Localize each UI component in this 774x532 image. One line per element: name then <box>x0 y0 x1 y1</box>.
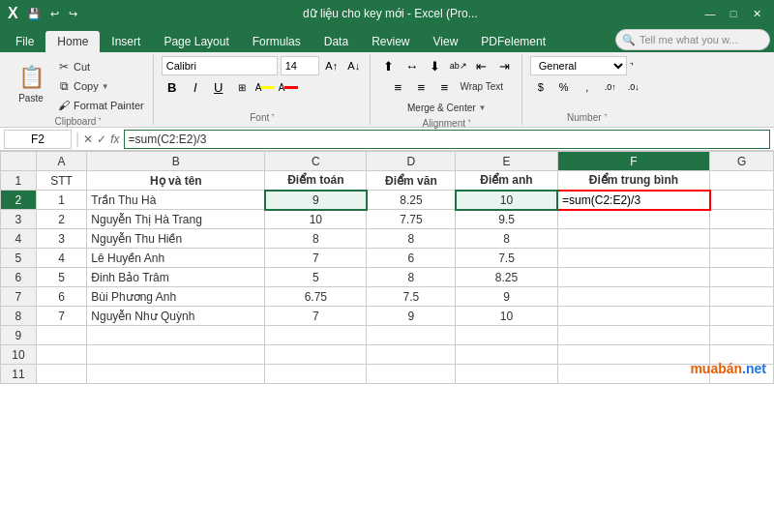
cell-d11[interactable] <box>367 365 456 384</box>
cell-f2[interactable]: =sum(C2:E2)/3 <box>557 191 710 210</box>
cell-e7[interactable]: 9 <box>456 287 557 307</box>
cell-e9[interactable] <box>456 326 557 345</box>
cell-e3[interactable]: 9.5 <box>456 210 557 229</box>
font-size-input[interactable] <box>281 56 319 75</box>
align-left-button[interactable]: ≡ <box>387 77 408 97</box>
decimal-decrease-button[interactable]: .0↓ <box>623 77 644 97</box>
cell-c5[interactable]: 7 <box>265 249 367 268</box>
cell-b3[interactable]: Nguyễn Thị Hà Trang <box>87 210 265 229</box>
cell-b4[interactable]: Nguyễn Thu Hiền <box>87 229 265 249</box>
format-painter-button[interactable]: 🖌 Format Painter <box>54 97 147 114</box>
cell-a11[interactable] <box>36 365 87 384</box>
cell-a6[interactable]: 5 <box>36 268 87 287</box>
cell-d7[interactable]: 7.5 <box>367 287 456 307</box>
name-box[interactable] <box>4 130 72 149</box>
row-header-6[interactable]: 6 <box>1 268 37 287</box>
indent-decrease-button[interactable]: ⇤ <box>471 56 492 75</box>
tab-pdfelement[interactable]: PDFelement <box>469 31 557 52</box>
confirm-formula-icon[interactable]: ✓ <box>97 133 106 146</box>
row-header-9[interactable]: 9 <box>1 326 37 345</box>
percent-button[interactable]: % <box>553 77 575 97</box>
cell-a5[interactable]: 4 <box>36 249 87 268</box>
col-header-a[interactable]: A <box>36 152 87 171</box>
cell-b8[interactable]: Nguyễn Như Quỳnh <box>87 307 265 326</box>
tab-view[interactable]: View <box>422 31 470 52</box>
cell-d1[interactable]: Điểm văn <box>367 171 456 191</box>
cell-c11[interactable] <box>265 365 367 384</box>
tab-file[interactable]: File <box>4 31 45 52</box>
text-direction-button[interactable]: ab↗ <box>448 56 469 75</box>
cell-a3[interactable]: 2 <box>36 210 87 229</box>
increase-font-button[interactable]: A↑ <box>322 56 342 75</box>
cell-f4[interactable] <box>557 229 710 249</box>
cell-c3[interactable]: 10 <box>265 210 367 229</box>
number-format-expand[interactable]: ⌝ <box>630 62 634 71</box>
cell-b5[interactable]: Lê Huyền Anh <box>87 249 265 268</box>
row-header-10[interactable]: 10 <box>1 345 37 365</box>
tab-formulas[interactable]: Formulas <box>241 31 313 52</box>
cell-f5[interactable] <box>557 249 710 268</box>
row-header-8[interactable]: 8 <box>1 307 37 326</box>
redo-icon[interactable]: ↪ <box>66 7 80 21</box>
cell-c1[interactable]: Điểm toán <box>265 171 367 191</box>
cell-f9[interactable] <box>557 326 710 345</box>
col-header-e[interactable]: E <box>456 152 557 171</box>
col-header-g[interactable]: G <box>710 152 774 171</box>
tab-page-layout[interactable]: Page Layout <box>152 31 240 52</box>
row-header-3[interactable]: 3 <box>1 210 37 229</box>
cell-g2[interactable] <box>710 191 774 210</box>
save-icon[interactable]: 💾 <box>24 7 44 21</box>
align-bottom-button[interactable]: ⬇ <box>425 56 446 75</box>
cell-e5[interactable]: 7.5 <box>456 249 557 268</box>
cell-b1[interactable]: Họ và tên <box>87 171 265 191</box>
cell-d5[interactable]: 6 <box>367 249 456 268</box>
cell-c10[interactable] <box>265 345 367 365</box>
tab-home[interactable]: Home <box>45 31 100 52</box>
col-header-b[interactable]: B <box>87 152 265 171</box>
row-header-11[interactable]: 11 <box>1 365 37 384</box>
cell-a10[interactable] <box>36 345 87 365</box>
tab-review[interactable]: Review <box>360 31 421 52</box>
cell-b10[interactable] <box>87 345 265 365</box>
cell-f6[interactable] <box>557 268 710 287</box>
cell-a7[interactable]: 6 <box>36 287 87 307</box>
cell-b2[interactable]: Trần Thu Hà <box>87 191 265 210</box>
cell-b6[interactable]: Đinh Bảo Trâm <box>87 268 265 287</box>
row-header-5[interactable]: 5 <box>1 249 37 268</box>
align-middle-button[interactable]: ↔ <box>402 56 423 75</box>
cell-c8[interactable]: 7 <box>265 307 367 326</box>
cell-a8[interactable]: 7 <box>36 307 87 326</box>
cell-c9[interactable] <box>265 326 367 345</box>
col-header-f[interactable]: F <box>557 152 710 171</box>
undo-icon[interactable]: ↩ <box>47 7 62 21</box>
font-color-button[interactable]: A <box>278 77 299 97</box>
formula-input[interactable] <box>124 130 771 149</box>
bold-button[interactable]: B <box>162 77 183 97</box>
row-header-2[interactable]: 2 <box>1 191 37 210</box>
cell-c7[interactable]: 6.75 <box>265 287 367 307</box>
col-header-d[interactable]: D <box>367 152 456 171</box>
cell-e10[interactable] <box>456 345 557 365</box>
row-header-4[interactable]: 4 <box>1 229 37 249</box>
col-header-c[interactable]: C <box>265 152 367 171</box>
fill-color-button[interactable]: A <box>254 77 276 97</box>
cut-button[interactable]: ✂ Cut <box>54 58 147 75</box>
close-button[interactable]: ✕ <box>747 5 766 22</box>
insert-function-icon[interactable]: fx <box>110 133 119 146</box>
cell-f1[interactable]: Điểm trung bình <box>557 171 710 191</box>
cell-d10[interactable] <box>367 345 456 365</box>
cell-d2[interactable]: 8.25 <box>367 191 456 210</box>
cell-f11[interactable] <box>557 365 710 384</box>
cell-c4[interactable]: 8 <box>265 229 367 249</box>
row-header-1[interactable]: 1 <box>1 171 37 191</box>
cell-f7[interactable] <box>557 287 710 307</box>
currency-button[interactable]: $ <box>530 77 551 97</box>
font-expand-icon[interactable]: ⌝ <box>271 113 275 122</box>
align-center-button[interactable]: ≡ <box>410 77 432 97</box>
cell-f3[interactable] <box>557 210 710 229</box>
number-format-select[interactable]: General Number Currency Percentage <box>530 56 627 75</box>
cell-d4[interactable]: 8 <box>367 229 456 249</box>
cell-e2[interactable]: 10 <box>456 191 557 210</box>
cell-d9[interactable] <box>367 326 456 345</box>
cell-g7[interactable] <box>710 287 774 307</box>
